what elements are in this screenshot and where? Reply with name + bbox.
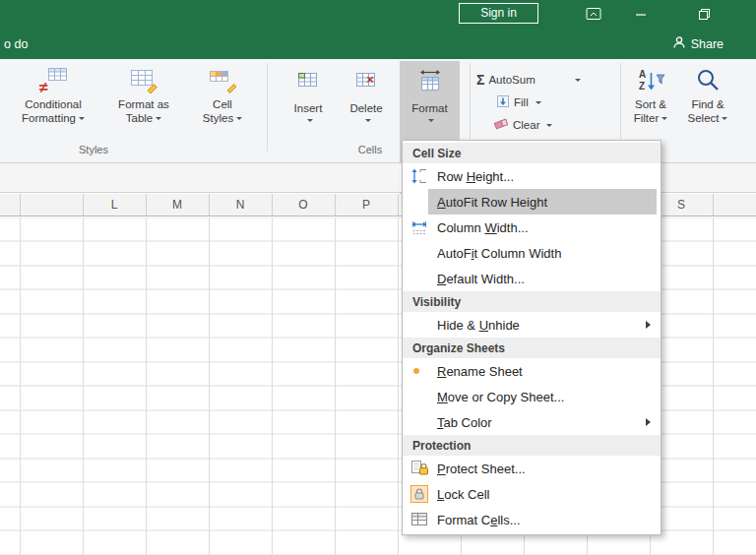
format-cells-icon — [405, 511, 434, 528]
menu-section-cell-size: Cell Size — [403, 143, 661, 163]
dropdown-caret-icon — [79, 117, 85, 120]
dropdown-caret-icon — [307, 119, 313, 122]
menu-section-visibility: Visibility — [403, 291, 661, 312]
format-label: Format — [411, 102, 447, 114]
find-select-label-2: Select — [688, 111, 728, 125]
cell-styles-label-1: Cell — [213, 97, 232, 111]
dropdown-caret-icon — [546, 124, 552, 127]
share-label: Share — [691, 37, 724, 51]
find-select-label-1: Find & — [691, 97, 724, 111]
sort-z-glyph: Z — [639, 81, 645, 92]
minimize-icon[interactable] — [630, 6, 652, 22]
menu-item-move-copy-sheet[interactable]: Move or Copy Sheet... — [403, 384, 661, 409]
format-menu: Cell Size Row Height... AutoFit Row Heig… — [402, 140, 662, 535]
menu-item-tab-color[interactable]: Tab Color — [403, 409, 661, 435]
insert-cells-icon — [295, 69, 321, 94]
format-as-table-label-2: Table — [126, 111, 162, 125]
submenu-arrow-icon — [646, 321, 651, 329]
conditional-formatting-icon: ≠ — [38, 65, 68, 94]
dropdown-caret-icon — [156, 117, 161, 120]
menu-item-column-width[interactable]: Column Width... — [403, 215, 661, 240]
fill-button[interactable]: Fill — [496, 93, 541, 111]
menu-section-organize-sheets: Organize Sheets — [403, 338, 661, 358]
delete-x-glyph: × — [366, 72, 374, 87]
ribbon-tab-row: o do Share — [0, 28, 756, 59]
column-header-N[interactable]: N — [209, 194, 272, 216]
delete-button[interactable]: × Delete — [339, 61, 394, 122]
autosum-button[interactable]: Σ AutoSum — [476, 71, 581, 89]
menu-item-protect-sheet[interactable]: Protect Sheet... — [403, 456, 661, 481]
clear-button[interactable]: Clear — [493, 116, 552, 134]
menu-item-format-cells[interactable]: Format Cells... — [403, 507, 661, 532]
format-icon — [417, 69, 443, 94]
cells-group-label: Cells — [341, 144, 400, 155]
restore-icon[interactable] — [693, 6, 715, 22]
menu-item-rename-sheet[interactable]: Rename Sheet — [403, 358, 661, 384]
styles-group-label: Styles — [64, 144, 123, 155]
clear-label: Clear — [513, 119, 539, 131]
insert-label: Insert — [294, 102, 323, 114]
conditional-formatting-button[interactable]: ≠ Conditional Formatting — [6, 61, 100, 125]
group-separator — [267, 63, 268, 152]
sort-a-glyph: A — [639, 69, 646, 80]
delete-cells-icon: × — [353, 69, 379, 94]
tell-me-text[interactable]: o do — [4, 37, 28, 51]
sort-filter-label-2: Filter — [634, 111, 668, 125]
sort-filter-label-1: Sort & — [635, 97, 666, 111]
fill-label: Fill — [514, 96, 529, 108]
not-equal-glyph: ≠ — [39, 79, 48, 94]
cell-styles-icon — [208, 65, 237, 94]
group-separator — [470, 63, 471, 152]
dropdown-caret-icon — [536, 101, 541, 104]
column-header-M[interactable]: M — [146, 194, 209, 216]
protect-sheet-icon — [405, 460, 434, 477]
group-separator — [620, 63, 621, 152]
rename-sheet-icon — [405, 362, 434, 380]
sort-filter-icon: A Z — [636, 65, 665, 94]
menu-item-hide-unhide[interactable]: Hide & Unhide — [403, 312, 661, 338]
find-select-magnifier-icon — [693, 65, 723, 94]
menu-item-autofit-row-height[interactable]: AutoFit Row Height — [403, 189, 661, 215]
conditional-formatting-label-2: Formatting — [22, 111, 85, 125]
menu-section-protection: Protection — [403, 435, 661, 456]
autosum-label: AutoSum — [488, 74, 535, 86]
menu-item-lock-cell[interactable]: Lock Cell — [403, 481, 661, 507]
format-as-table-icon — [129, 65, 158, 94]
row-height-icon — [405, 167, 434, 185]
share-button[interactable]: Share — [672, 35, 724, 52]
menu-item-default-width[interactable]: Default Width... — [403, 266, 661, 291]
column-header-L[interactable]: L — [83, 194, 146, 216]
column-header-O[interactable]: O — [272, 194, 335, 216]
person-icon — [672, 35, 686, 52]
dropdown-caret-icon — [722, 117, 727, 120]
delete-label: Delete — [349, 102, 382, 114]
column-width-icon — [405, 218, 434, 236]
insert-button[interactable]: Insert — [282, 61, 335, 122]
cell-styles-label-2: Styles — [203, 111, 242, 125]
column-header-P[interactable]: P — [335, 194, 398, 216]
format-as-table-button[interactable]: Format as Table — [102, 61, 185, 125]
dropdown-caret-icon — [662, 117, 667, 120]
menu-item-autofit-column-width[interactable]: AutoFit Column Width — [403, 240, 661, 266]
dropdown-caret-icon — [428, 119, 434, 122]
clear-eraser-icon — [493, 117, 509, 133]
dropdown-caret-icon — [365, 119, 371, 122]
lock-cell-icon — [405, 485, 434, 503]
menu-item-row-height[interactable]: Row Height... — [403, 163, 661, 189]
find-select-button[interactable]: Find & Select — [678, 61, 737, 125]
fill-icon — [496, 94, 510, 110]
ribbon-display-options-icon[interactable] — [583, 6, 604, 22]
dropdown-caret-icon — [575, 79, 581, 82]
dropdown-caret-icon — [236, 117, 242, 120]
cell-styles-button[interactable]: Cell Styles — [187, 61, 258, 125]
format-as-table-label-1: Format as — [118, 97, 169, 111]
sign-in-button[interactable]: Sign in — [459, 3, 538, 24]
sigma-icon: Σ — [476, 73, 484, 87]
submenu-arrow-icon — [646, 418, 651, 426]
excel-window: Sign in o do Share ≠ — [0, 0, 756, 555]
conditional-formatting-label-1: Conditional — [25, 97, 82, 111]
titlebar: Sign in — [0, 0, 756, 28]
sort-filter-button[interactable]: A Z Sort & Filter — [623, 61, 678, 125]
